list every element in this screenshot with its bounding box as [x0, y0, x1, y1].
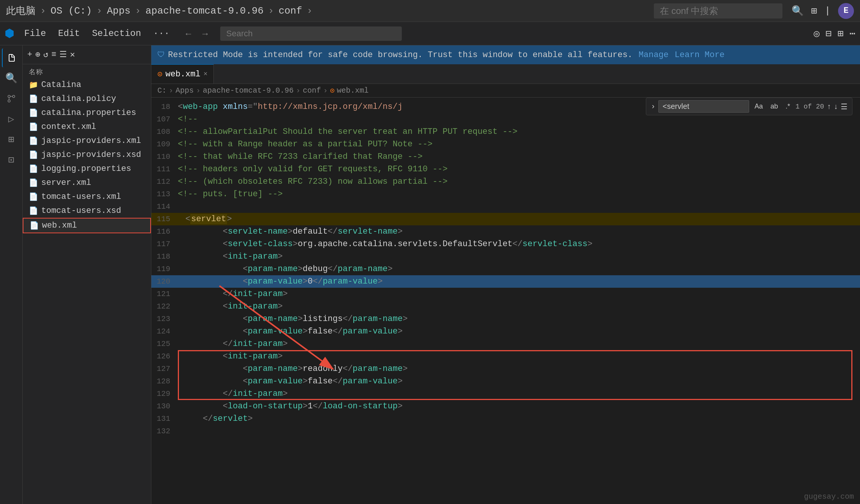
- new-folder-icon[interactable]: ⊕: [35, 50, 40, 60]
- file-icon: 📄: [30, 221, 39, 230]
- find-input[interactable]: [658, 100, 749, 113]
- code-line-124: 124 <param-value>false</param-value>: [151, 325, 860, 338]
- extensions-icon[interactable]: ⊞: [811, 5, 817, 17]
- svg-point-2: [12, 95, 15, 98]
- sep4: ›: [268, 5, 274, 17]
- folder-icon: 📁: [29, 80, 38, 90]
- editor-search-input[interactable]: [220, 26, 402, 41]
- code-line-119: 119 <param-name>debug</param-name>: [151, 263, 860, 275]
- code-line-125: 125 </init-param>: [151, 338, 860, 350]
- find-next-btn[interactable]: ↓: [834, 102, 838, 111]
- file-item-web-xml[interactable]: 📄 web.xml: [23, 218, 151, 233]
- file-item-context-xml[interactable]: 📄 context.xml: [23, 120, 151, 134]
- activity-git[interactable]: [2, 89, 21, 108]
- file-name: Catalina: [41, 80, 81, 90]
- search-icon[interactable]: 🔍: [792, 5, 804, 17]
- file-name: server.xml: [41, 178, 91, 188]
- breadcrumb-apps[interactable]: Apps: [107, 5, 130, 17]
- code-line-130: 130 <load-on-startup>1</load-on-startup>: [151, 400, 860, 413]
- file-item-jaspic-providers-xml[interactable]: 📄 jaspic-providers.xml: [23, 134, 151, 148]
- new-file-icon[interactable]: +: [27, 50, 32, 59]
- find-close-btn[interactable]: ☰: [841, 102, 848, 111]
- activity-files[interactable]: [2, 48, 21, 67]
- file-name: logging.properties: [41, 164, 131, 174]
- file-item-catalina-properties[interactable]: 📄 catalina.properties: [23, 106, 151, 120]
- nav-forward[interactable]: →: [198, 27, 213, 40]
- activity-search[interactable]: 🔍: [2, 69, 21, 88]
- editor-content: › Aa ab .* 1 of 20 ↑ ↓ ☰ 18 <web: [151, 98, 860, 504]
- file-name: web.xml: [42, 221, 77, 230]
- view-icon[interactable]: ☰: [59, 50, 67, 60]
- editor-breadcrumb: C: › Apps › apache-tomcat-9.0.96 › conf …: [151, 84, 860, 98]
- bc-c: C:: [157, 86, 166, 95]
- find-prev-btn[interactable]: ↑: [827, 102, 831, 111]
- collapse-icon[interactable]: ≡: [51, 50, 56, 59]
- copilot-icon[interactable]: ◎: [813, 28, 820, 40]
- nav-back[interactable]: ←: [181, 27, 196, 40]
- activity-extensions[interactable]: ⊞: [2, 130, 21, 149]
- file-icon: 📄: [29, 108, 38, 118]
- menu-bar-right: ◎ ⊟ ⊞ ⋯: [813, 28, 855, 40]
- file-name: catalina.policy: [41, 94, 116, 104]
- notification-bar: 🛡 Restricted Mode is intended for safe c…: [151, 45, 860, 64]
- code-line-132: 132: [151, 425, 860, 437]
- find-whole-word-btn[interactable]: ab: [768, 102, 780, 111]
- more-icon[interactable]: ⋯: [849, 28, 855, 40]
- find-widget: › Aa ab .* 1 of 20 ↑ ↓ ☰: [646, 98, 852, 115]
- menu-nav: ← →: [181, 27, 213, 40]
- menu-edit[interactable]: Edit: [53, 26, 86, 41]
- file-icon: 📄: [29, 136, 38, 146]
- manage-link[interactable]: Manage: [639, 50, 669, 60]
- file-name: tomcat-users.xml: [41, 192, 121, 202]
- file-item-jaspic-providers-xsd[interactable]: 📄 jaspic-providers.xsd: [23, 148, 151, 162]
- panel-icon[interactable]: ⊞: [838, 28, 844, 40]
- layout-icon[interactable]: ⊟: [826, 28, 832, 40]
- sep1: ›: [40, 5, 46, 17]
- file-item-catalina[interactable]: 📁 Catalina: [23, 78, 151, 92]
- breadcrumb-tomcat[interactable]: apache-tomcat-9.0.96: [145, 5, 263, 17]
- file-item-catalina-policy[interactable]: 📄 catalina.policy: [23, 92, 151, 106]
- breadcrumb-conf[interactable]: conf: [278, 5, 302, 17]
- refresh-icon[interactable]: ↺: [43, 50, 48, 60]
- file-item-server-xml[interactable]: 📄 server.xml: [23, 176, 151, 190]
- file-item-tomcat-users-xsd[interactable]: 📄 tomcat-users.xsd: [23, 204, 151, 218]
- close-sidebar-icon[interactable]: ✕: [70, 50, 75, 60]
- title-bar: 此电脑 › OS (C:) › Apps › apache-tomcat-9.0…: [0, 0, 860, 22]
- vscode-logo: ⬢: [5, 26, 14, 40]
- menu-file[interactable]: File: [19, 26, 51, 41]
- sidebar-header: 名称: [23, 64, 151, 78]
- file-item-logging[interactable]: 📄 logging.properties: [23, 162, 151, 176]
- find-regex-btn[interactable]: .*: [783, 102, 792, 111]
- main-layout: 🔍 ▷ ⊞ ⊡ + ⊕ ↺ ≡ ☰ ✕ 名称 📁 Catalina 📄 cata…: [0, 45, 860, 504]
- find-match-case-btn[interactable]: Aa: [752, 102, 765, 111]
- bc-rss: ⊙: [330, 86, 334, 95]
- red-box-section: 126 <init-param> 127: [151, 350, 860, 400]
- editor-area: 🛡 Restricted Mode is intended for safe c…: [151, 45, 860, 504]
- avatar[interactable]: E: [838, 3, 854, 19]
- file-icon: 📄: [29, 178, 38, 188]
- tab-bar: ⊙ web.xml ×: [151, 64, 860, 84]
- code-line-112: 112 <!-- (which obsoletes RFC 7233) now …: [151, 175, 860, 188]
- code-line-115: 115 <servlet>: [151, 213, 860, 225]
- tab-close-button[interactable]: ×: [204, 70, 208, 78]
- file-name: tomcat-users.xsd: [41, 206, 121, 216]
- breadcrumb-thispc: 此电脑: [6, 4, 36, 17]
- file-item-tomcat-users-xml[interactable]: 📄 tomcat-users.xml: [23, 190, 151, 204]
- menu-selection[interactable]: Selection: [87, 26, 146, 41]
- menu-more[interactable]: ···: [148, 26, 175, 41]
- code-container: 18 <web-app xmlns="http://xmlns.jcp.org/…: [151, 101, 860, 437]
- title-search-input[interactable]: [654, 3, 782, 19]
- file-name: jaspic-providers.xsd: [41, 150, 141, 160]
- file-name: jaspic-providers.xml: [41, 136, 141, 146]
- activity-remote[interactable]: ⊡: [2, 150, 21, 169]
- find-count: 1 of 20: [795, 103, 824, 110]
- code-editor[interactable]: 18 <web-app xmlns="http://xmlns.jcp.org/…: [151, 98, 860, 504]
- tab-label: web.xml: [165, 70, 200, 79]
- find-chevron-icon[interactable]: ›: [651, 102, 655, 111]
- learn-more-link[interactable]: Learn More: [675, 50, 725, 60]
- split-icon[interactable]: |: [824, 5, 830, 17]
- activity-debug[interactable]: ▷: [2, 110, 21, 129]
- breadcrumb-drive: OS (C:): [51, 5, 92, 17]
- title-bar-icons: 🔍 ⊞ | E: [792, 3, 854, 19]
- tab-webxml[interactable]: ⊙ web.xml ×: [151, 64, 214, 84]
